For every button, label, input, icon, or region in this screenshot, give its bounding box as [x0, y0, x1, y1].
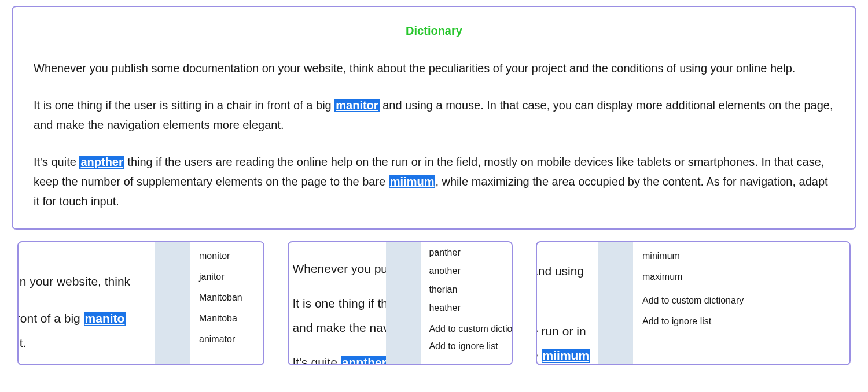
suggestion-item[interactable]: therian: [421, 280, 512, 299]
dictionary-panel: Dictionary Whenever you publish some doc…: [12, 6, 856, 230]
suggestion-item[interactable]: panther: [421, 243, 512, 262]
suggestion-item[interactable]: another: [421, 262, 512, 280]
misspelled-word-anpther[interactable]: anpther: [79, 156, 124, 169]
suggestion-popup-miimum: and using e run or in e miimum minimum m…: [536, 241, 851, 365]
underlying-text: on your website, think front of a big ma…: [17, 269, 130, 360]
suggestion-item[interactable]: janitor: [190, 267, 263, 287]
suggestion-item[interactable]: Manitoban: [190, 287, 263, 308]
text-fragment: and using: [536, 261, 590, 282]
para-text: It is one thing if the user is sitting i…: [34, 99, 334, 112]
add-to-ignore-list[interactable]: Add to ignore list: [421, 338, 512, 355]
text-cursor: [120, 194, 120, 207]
text-fragment: It is one thing if th: [292, 293, 392, 314]
menu-separator: [633, 289, 849, 289]
text-fragment: e: [536, 349, 542, 362]
add-to-ignore-list[interactable]: Add to ignore list: [633, 311, 849, 332]
text-fragment: nt.: [17, 332, 130, 353]
underlying-text: Whenever you pul It is one thing if th a…: [292, 256, 392, 365]
suggestion-item[interactable]: heather: [421, 299, 512, 317]
menu-separator: [421, 319, 512, 319]
suggestion-item[interactable]: animator: [190, 329, 263, 350]
text-fragment: front of a big: [17, 312, 84, 325]
suggestion-popup-anpther: Whenever you pul It is one thing if th a…: [288, 241, 513, 365]
suggestion-item[interactable]: maximum: [633, 267, 849, 287]
add-to-custom-dictionary[interactable]: Add to custom dictionary: [633, 290, 849, 311]
text-fragment: e run or in: [536, 321, 590, 342]
popup-row: on your website, think front of a big ma…: [17, 241, 851, 365]
text-fragment: Whenever you pul: [292, 258, 392, 279]
misspelled-word-manitor[interactable]: manitor: [334, 99, 379, 112]
scrollbar[interactable]: [386, 242, 421, 364]
suggestion-popup-manitor: on your website, think front of a big ma…: [17, 241, 264, 365]
suggestion-item[interactable]: monitor: [190, 246, 263, 267]
suggestions-menu: panther another therian heather Add to c…: [421, 242, 512, 364]
text-fragment: and make the navi: [292, 317, 392, 338]
suggestions-menu: monitor janitor Manitoban Manitoba anima…: [190, 242, 263, 364]
misspelled-word-manitor[interactable]: manito: [84, 312, 126, 326]
para-text: It's quite: [34, 156, 79, 168]
suggestions-menu: minimum maximum Add to custom dictionary…: [633, 242, 849, 364]
text-fragment: It's quite: [292, 356, 340, 365]
underlying-text: and using e run or in e miimum: [536, 258, 590, 365]
suggestion-item[interactable]: Manitoba: [190, 308, 263, 329]
add-to-custom-dictionary[interactable]: Add to custom dictionary: [421, 320, 512, 338]
text-fragment: on your website, think: [17, 271, 130, 292]
misspelled-word-miimum[interactable]: miimum: [389, 175, 436, 188]
panel-title: Dictionary: [34, 24, 834, 38]
para-text: Whenever you publish some documentation …: [34, 62, 795, 75]
misspelled-word-anpther[interactable]: anpther: [341, 356, 388, 365]
scrollbar[interactable]: [598, 242, 633, 364]
suggestion-item[interactable]: minimum: [633, 246, 849, 267]
editor-text[interactable]: Whenever you publish some documentation …: [34, 58, 834, 211]
scrollbar[interactable]: [155, 242, 190, 364]
misspelled-word-miimum[interactable]: miimum: [542, 349, 591, 363]
